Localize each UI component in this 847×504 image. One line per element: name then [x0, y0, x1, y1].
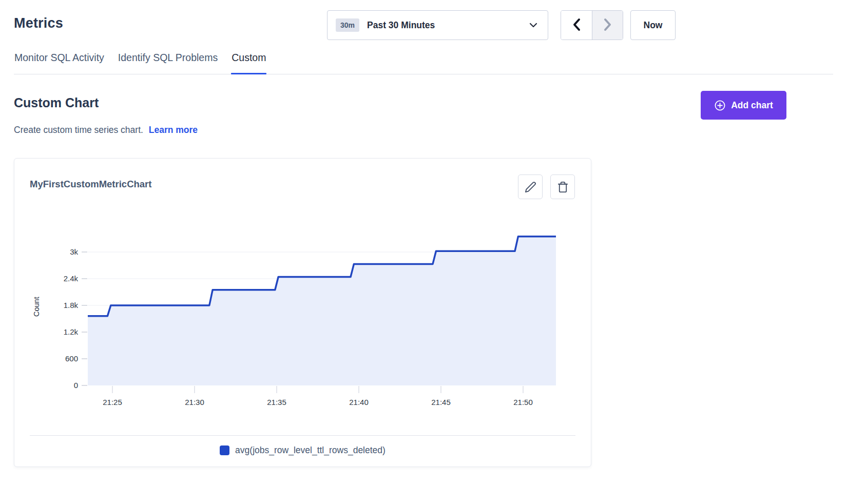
y-tick-label: 2.4k: [64, 274, 79, 283]
x-tick-label: 21:25: [103, 398, 122, 406]
y-tick-label: 0: [74, 381, 78, 390]
series-area-fill: [88, 237, 556, 385]
y-tick-label: 1.8k: [64, 301, 79, 309]
plus-circle-icon: [714, 100, 726, 111]
x-tick-label: 21:50: [513, 398, 533, 406]
y-tick-label: 1.2k: [64, 327, 79, 336]
time-range-label: Past 30 Minutes: [367, 20, 435, 31]
section-description: Create custom time series chart. Learn m…: [14, 125, 198, 135]
custom-chart-plot: 06001.2k1.8k2.4k3k21:2521:3021:3521:4021…: [30, 216, 575, 411]
chevron-down-icon: [529, 23, 537, 28]
x-tick-label: 21:30: [185, 398, 204, 406]
legend-label: avg(jobs_row_level_ttl_rows_deleted): [235, 445, 386, 456]
tab-identify-sql-problems[interactable]: Identify SQL Problems: [118, 52, 218, 74]
trash-icon: [557, 181, 569, 193]
y-axis-title: Count: [32, 297, 41, 317]
chart-legend: avg(jobs_row_level_ttl_rows_deleted): [14, 445, 591, 456]
legend-swatch: [220, 445, 229, 455]
time-range-badge: 30m: [336, 18, 359, 32]
chevron-left-icon: [572, 18, 581, 33]
add-chart-button[interactable]: Add chart: [701, 91, 786, 120]
x-tick-label: 21:35: [267, 398, 286, 406]
time-controls: 30m Past 30 Minutes Now: [327, 10, 676, 40]
now-button[interactable]: Now: [630, 10, 676, 40]
legend-divider: [30, 435, 575, 436]
y-tick-label: 600: [65, 354, 78, 363]
delete-chart-button[interactable]: [550, 175, 575, 199]
x-tick-label: 21:40: [349, 398, 369, 406]
y-tick-label: 3k: [70, 247, 78, 256]
custom-chart-card: MyFirstCustomMetricChart 06001.2k1.8k2.4…: [14, 158, 591, 467]
y-axis-ticks: 06001.2k1.8k2.4k3k: [64, 247, 87, 390]
time-range-dropdown[interactable]: 30m Past 30 Minutes: [327, 10, 548, 40]
add-chart-button-label: Add chart: [731, 100, 773, 111]
time-nav-group: [561, 10, 623, 40]
x-axis-ticks: 21:2521:3021:3521:4021:4521:50: [103, 386, 533, 406]
page-title: Metrics: [14, 15, 63, 31]
prev-time-button[interactable]: [561, 11, 592, 40]
section-title: Custom Chart: [14, 95, 99, 110]
chevron-right-icon: [603, 18, 612, 33]
time-series-chart: 06001.2k1.8k2.4k3k21:2521:3021:3521:4021…: [30, 216, 575, 411]
tab-monitor-sql-activity[interactable]: Monitor SQL Activity: [14, 52, 105, 74]
tabs-bar: Monitor SQL Activity Identify SQL Proble…: [14, 52, 833, 74]
edit-chart-button[interactable]: [518, 175, 543, 199]
x-tick-label: 21:45: [431, 398, 451, 406]
tab-custom[interactable]: Custom: [231, 52, 266, 74]
pencil-icon: [525, 181, 536, 193]
section-description-text: Create custom time series chart.: [14, 125, 143, 135]
chart-title: MyFirstCustomMetricChart: [30, 179, 151, 190]
next-time-button[interactable]: [592, 11, 623, 40]
learn-more-link[interactable]: Learn more: [149, 125, 198, 135]
